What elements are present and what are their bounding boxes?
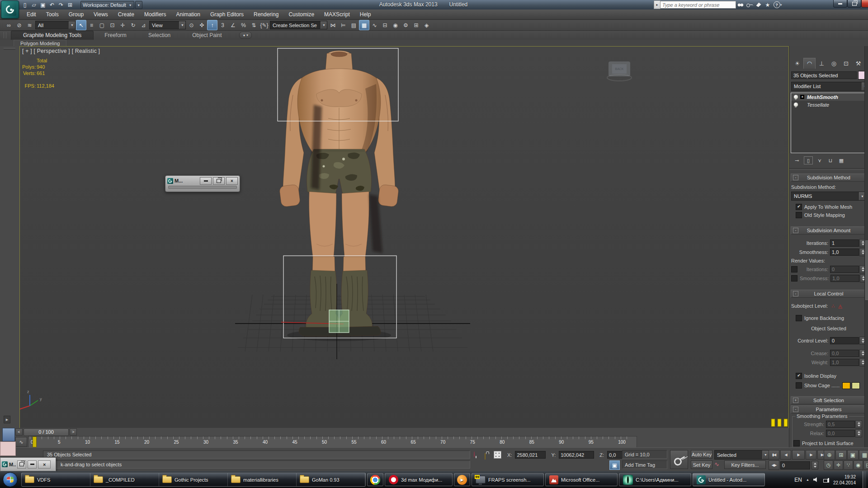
unlink-selection-icon[interactable]: ⊘ (14, 20, 24, 30)
modifier-list-dropdown[interactable]: Modifier List ▼ (791, 82, 868, 91)
material-editor-icon[interactable]: ◉ (390, 20, 401, 30)
snaps-toggle-icon[interactable]: 3 (217, 20, 228, 30)
key-filters-button[interactable]: Key Filters... (724, 460, 766, 469)
play-button[interactable]: ▶ (792, 450, 805, 460)
rendered-frame-window-icon[interactable]: ⊞ (411, 20, 421, 30)
scrollbar-thumb[interactable] (865, 240, 868, 300)
taskbar-office-window[interactable]: Microsoft Office... (545, 473, 618, 486)
menu-item[interactable]: Graph Editors (205, 9, 249, 19)
align-icon[interactable]: ⊨ (338, 20, 349, 30)
set-key-button[interactable]: Set Key (691, 460, 712, 469)
previous-frame-arrow[interactable]: < (15, 428, 23, 436)
window-crossing-icon[interactable]: ⊡ (107, 20, 118, 30)
mirror-icon[interactable]: ⋈ (328, 20, 338, 30)
select-and-move-icon[interactable]: ✛ (118, 20, 128, 30)
render-production-icon[interactable]: ◈ (421, 20, 432, 30)
default-tangent-icon[interactable]: ∿ (714, 461, 719, 468)
ribbon-tab-object-paint[interactable]: Object Paint (181, 31, 232, 40)
keyboard-shortcut-override-icon[interactable]: ↑ (207, 20, 217, 30)
previous-frame-button[interactable]: ◀ (780, 450, 791, 460)
isolate-selection-toggle[interactable]: ▣ (609, 460, 620, 470)
project-to-limit-surface-row[interactable]: Project to Limit Surface (793, 440, 864, 446)
tab-utilities[interactable]: ⚒ (852, 58, 864, 69)
zoom-extents-icon[interactable]: ▣ (847, 450, 859, 460)
selection-filter-dropdown[interactable]: All ▼ (35, 21, 75, 29)
minimize-button[interactable] (200, 177, 212, 185)
select-and-link-icon[interactable]: ∞ (4, 20, 14, 30)
checkbox-icon[interactable] (793, 440, 800, 446)
checkbox-icon[interactable] (796, 315, 802, 321)
iterations-field[interactable]: 1 (830, 239, 859, 247)
time-slider-handle[interactable]: 0 / 100 (24, 428, 69, 436)
menu-item[interactable]: Modifiers (139, 9, 171, 19)
menu-item[interactable]: Views (89, 9, 113, 19)
walk-through-icon[interactable]: ∵ (844, 460, 853, 470)
modifier-tessellate[interactable]: Tessellate (791, 101, 866, 108)
project-folder-icon[interactable]: ⊞ (66, 1, 74, 9)
use-pivot-point-center-icon[interactable]: ⊙ (186, 20, 197, 30)
polygon-modeling-panel[interactable]: Polygon Modeling (14, 40, 66, 46)
viewport-canvas[interactable]: BACK x y z (19, 46, 789, 428)
vertex-subobject-icon[interactable]: ∴ (831, 303, 835, 309)
configure-modifier-sets-icon[interactable]: ▦ (837, 157, 845, 164)
select-and-scale-icon[interactable]: ⊿ (138, 20, 149, 30)
rectangular-selection-region-icon[interactable]: ▢ (97, 20, 107, 30)
menu-item[interactable]: Group (64, 9, 89, 19)
checkbox-icon[interactable] (796, 212, 802, 218)
menu-item[interactable]: Animation (171, 9, 205, 19)
key-mode-toggle-button[interactable]: ◀▶ (769, 460, 779, 470)
old-style-mapping-row[interactable]: Old Style Mapping (796, 212, 866, 218)
start-button[interactable] (3, 472, 18, 487)
tab-modify[interactable]: ◠ (803, 58, 816, 69)
control-level-field[interactable]: 0 (830, 337, 859, 344)
taskbar-folder-window[interactable]: GoMan 0.93 (297, 473, 365, 486)
curve-editor-icon[interactable]: ∿ (369, 20, 380, 30)
make-unique-icon[interactable]: ⋎ (816, 157, 824, 164)
named-selection-sets-dropdown[interactable]: Create Selection Se ▼ (270, 21, 327, 29)
restore-button[interactable] (17, 460, 26, 469)
isoline-display-row[interactable]: ✔ Isoline Display (796, 373, 866, 379)
close-button[interactable]: × (861, 0, 868, 8)
next-frame-button[interactable]: ▶ (806, 450, 816, 460)
taskbar-user-folder-window[interactable]: C:\Users\Админи... (619, 473, 691, 486)
close-button[interactable]: × (226, 177, 238, 185)
rollout-parameters[interactable]: - Parameters (791, 405, 867, 413)
redo-icon[interactable]: ↷ (57, 1, 65, 9)
show-end-result-icon[interactable]: ▯ (804, 156, 813, 164)
restore-button[interactable] (847, 0, 861, 8)
expand-icon[interactable]: + (800, 95, 804, 99)
rollout-local-control[interactable]: - Local Control (791, 290, 867, 298)
new-scene-icon[interactable]: ▯ (21, 1, 29, 9)
pin-stack-icon[interactable]: ⊸ (793, 157, 801, 164)
subdivision-method-dropdown[interactable]: NURMS ▼ (791, 192, 866, 201)
x-coordinate-field[interactable]: 2580,021 (515, 451, 546, 459)
taskbar-opera-window[interactable]: 3d mах Модифи... (385, 473, 453, 486)
language-indicator[interactable]: EN (794, 477, 802, 483)
maximize-viewport-toggle-icon[interactable]: ◱ (863, 460, 868, 470)
workspace-extra-dropdown[interactable]: ▼ (135, 1, 142, 9)
ribbon-tab-graphite-modeling-tools[interactable]: Graphite Modeling Tools (11, 31, 94, 40)
show-desktop-button[interactable] (863, 471, 866, 488)
zoom-icon[interactable]: ⊕ (824, 450, 835, 460)
select-object-icon[interactable]: ↖ (76, 20, 86, 30)
smoothness-field[interactable]: 1,0 (830, 249, 859, 256)
menu-item[interactable]: Edit (22, 9, 41, 19)
y-coordinate-field[interactable]: 10062,042 (559, 451, 594, 459)
mini-listener-pane[interactable] (0, 441, 16, 456)
auto-key-button[interactable]: Auto Key (691, 450, 712, 459)
viewport-label[interactable]: [ + ] [ Perspective ] [ Realistic ] (22, 48, 100, 54)
layout-tabs-button[interactable] (2, 428, 15, 441)
workspace-switcher[interactable]: Workspace: Default ▼ ▼ (80, 1, 142, 9)
volume-icon[interactable] (813, 477, 819, 483)
view-cube[interactable]: BACK (607, 61, 632, 81)
track-bar[interactable]: ∿ 05101520253035404550556065707580859095… (0, 436, 789, 447)
help-icon[interactable]: ? (772, 1, 781, 9)
checkbox-checked-icon[interactable]: ✔ (796, 373, 802, 379)
taskbar-folder-window[interactable]: materiallibraries (228, 473, 297, 486)
tab-hierarchy[interactable]: ⊥ (816, 58, 828, 69)
relax-spinner[interactable] (855, 429, 862, 437)
render-smoothness-checkbox[interactable] (791, 275, 797, 282)
polygon-subobject-icon[interactable]: ◬ (838, 303, 842, 309)
pan-view-icon[interactable]: ✛ (834, 460, 843, 470)
menu-item[interactable]: Tools (41, 9, 64, 19)
